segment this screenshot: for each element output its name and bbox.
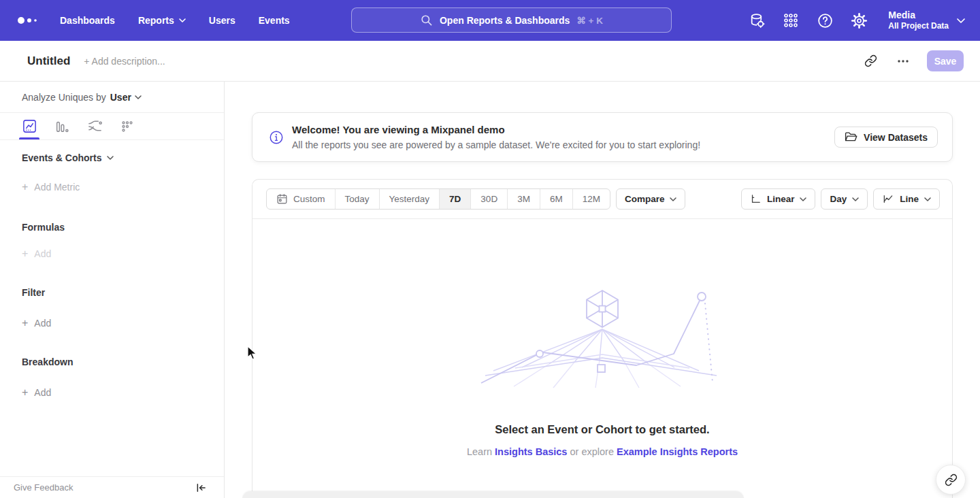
query-builder-sidebar: Analyze Uniques by User xyxy=(0,82,225,498)
primary-nav: Dashboards Reports Users Events xyxy=(60,15,290,26)
add-formula-label: Add xyxy=(34,248,51,259)
chart-display-controls: Linear Day Line xyxy=(741,188,940,210)
empty-state-illustration xyxy=(473,287,732,389)
banner-subtitle: All the reports you see are powered by a… xyxy=(292,138,700,152)
insights-report-page: Dashboards Reports Users Events Open Rep… xyxy=(0,0,980,498)
link-icon xyxy=(945,474,958,486)
tab-flow-chart[interactable] xyxy=(86,113,103,139)
save-button[interactable]: Save xyxy=(927,50,964,71)
analyze-uniques-row: Analyze Uniques by User xyxy=(0,82,224,113)
search-icon xyxy=(420,14,433,27)
global-search-input[interactable]: Open Reports & Dashboards ⌘ + K xyxy=(351,7,672,33)
chart-controls-row: Custom Today Yesterday 7D 30D 3M 6M 12M … xyxy=(252,180,952,219)
data-management-icon[interactable] xyxy=(748,12,766,29)
empty-state-title: Select an Event or Cohort to get started… xyxy=(495,423,709,436)
nav-item-dashboards[interactable]: Dashboards xyxy=(60,15,115,26)
search-shortcut-hint: ⌘ + K xyxy=(576,15,603,26)
range-label: 6M xyxy=(550,194,563,204)
report-toolbar: Untitled + Add description... Save xyxy=(0,41,980,82)
range-12m[interactable]: 12M xyxy=(572,189,610,209)
analyze-entity-dropdown[interactable]: User xyxy=(110,92,142,103)
range-7d-selected[interactable]: 7D xyxy=(439,189,470,209)
nav-item-events[interactable]: Events xyxy=(259,15,290,26)
range-6m[interactable]: 6M xyxy=(540,189,572,209)
report-title[interactable]: Untitled xyxy=(27,54,70,68)
breakdown-label: Breakdown xyxy=(22,356,73,367)
toolbar-actions: Save xyxy=(862,50,964,71)
add-filter-button[interactable]: + Add xyxy=(22,317,51,329)
help-icon[interactable] xyxy=(816,12,834,29)
info-icon xyxy=(269,130,284,145)
flow-chart-icon xyxy=(87,118,103,134)
demo-welcome-banner: Welcome! You are viewing a Mixpanel demo… xyxy=(252,112,953,162)
view-datasets-button[interactable]: View Datasets xyxy=(834,127,938,148)
apps-grid-icon[interactable] xyxy=(782,12,800,29)
nav-label: Dashboards xyxy=(60,15,115,26)
insights-chart-card: Custom Today Yesterday 7D 30D 3M 6M 12M … xyxy=(252,179,953,498)
chevron-down-icon xyxy=(107,156,114,160)
analyze-entity-value: User xyxy=(110,92,131,103)
insights-chart-icon xyxy=(22,118,37,134)
add-description-field[interactable]: + Add description... xyxy=(84,56,165,67)
add-metric-button[interactable]: + Add Metric xyxy=(22,181,80,193)
add-breakdown-button[interactable]: + Add xyxy=(22,386,51,399)
compare-dropdown[interactable]: Compare xyxy=(616,188,686,210)
plus-icon: + xyxy=(22,386,28,399)
nav-item-users[interactable]: Users xyxy=(209,15,235,26)
or-explore-text: or explore xyxy=(570,446,613,457)
range-3m[interactable]: 3M xyxy=(507,189,540,209)
folder-open-icon xyxy=(845,131,858,143)
topnav-right-cluster: Media All Project Data xyxy=(748,0,965,41)
nav-item-reports[interactable]: Reports xyxy=(138,15,186,26)
chevron-down-icon xyxy=(179,18,186,22)
chevron-down-icon xyxy=(924,197,931,201)
empty-state-links: Learn Insights Basics or explore Example… xyxy=(467,446,738,457)
add-breakdown-label: Add xyxy=(34,387,51,398)
share-link-floating-button[interactable] xyxy=(936,465,966,495)
nav-label: Events xyxy=(259,15,290,26)
chart-type-label: Line xyxy=(900,194,919,204)
empty-state-area: Select an Event or Cohort to get started… xyxy=(252,219,952,457)
more-options-icon[interactable] xyxy=(894,52,912,70)
search-placeholder: Open Reports & Dashboards xyxy=(440,15,570,26)
plus-icon: + xyxy=(22,248,28,260)
range-yesterday[interactable]: Yesterday xyxy=(379,189,440,209)
chevron-down-icon xyxy=(800,197,806,201)
plus-icon: + xyxy=(22,317,28,329)
range-30d[interactable]: 30D xyxy=(470,189,507,209)
results-panel-peek[interactable] xyxy=(242,491,744,498)
banner-title: Welcome! You are viewing a Mixpanel demo xyxy=(292,122,700,137)
mixpanel-dots-icon xyxy=(16,15,39,26)
tab-bar-chart[interactable] xyxy=(53,113,71,139)
copy-link-icon[interactable] xyxy=(862,52,879,70)
collapse-sidebar-icon[interactable] xyxy=(194,481,208,495)
insights-basics-link[interactable]: Insights Basics xyxy=(495,446,567,457)
range-today[interactable]: Today xyxy=(335,189,379,209)
scale-dropdown[interactable]: Linear xyxy=(741,188,816,210)
sidebar-footer: Give Feedback xyxy=(0,476,224,498)
retention-grid-icon xyxy=(120,119,135,134)
granularity-dropdown[interactable]: Day xyxy=(821,188,868,210)
top-navigation-bar: Dashboards Reports Users Events Open Rep… xyxy=(0,0,980,41)
project-selector[interactable]: Media All Project Data xyxy=(888,10,965,31)
line-chart-icon xyxy=(882,193,894,205)
chevron-down-icon xyxy=(670,197,676,201)
filter-heading: Filter xyxy=(22,287,45,298)
breakdown-heading: Breakdown xyxy=(22,356,73,367)
formulas-heading: Formulas xyxy=(22,222,65,233)
settings-gear-icon[interactable] xyxy=(850,12,868,29)
project-name: Media xyxy=(888,10,949,21)
events-cohorts-heading[interactable]: Events & Cohorts xyxy=(22,152,114,163)
tab-insights-chart[interactable] xyxy=(20,113,38,139)
example-reports-link[interactable]: Example Insights Reports xyxy=(617,446,738,457)
range-custom[interactable]: Custom xyxy=(267,189,335,209)
active-tab-underline xyxy=(19,137,39,139)
chart-type-dropdown[interactable]: Line xyxy=(873,188,940,210)
add-formula-button[interactable]: + Add xyxy=(22,248,51,260)
give-feedback-link[interactable]: Give Feedback xyxy=(14,482,73,493)
mixpanel-logo[interactable] xyxy=(16,15,39,26)
tab-retention-chart[interactable] xyxy=(118,113,136,139)
range-label: Today xyxy=(345,194,370,204)
calendar-icon xyxy=(276,193,288,205)
range-label: 3M xyxy=(517,194,530,204)
